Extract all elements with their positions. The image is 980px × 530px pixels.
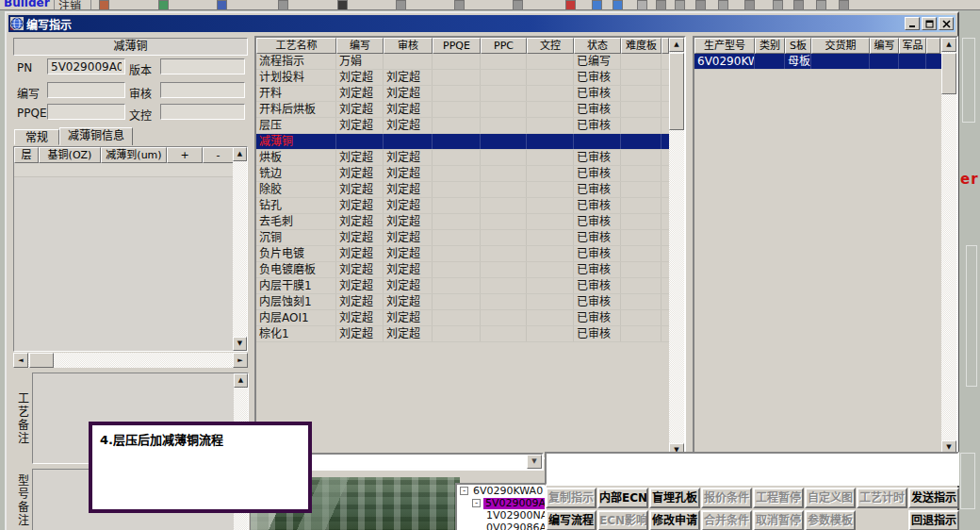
model-column-header[interactable]: 生产型号 — [694, 38, 755, 54]
toolbar-icon[interactable] — [637, 0, 647, 10]
scroll-left-icon[interactable]: ◄ — [13, 353, 28, 368]
toolbar-icon[interactable] — [99, 0, 109, 10]
process-row[interactable]: 开料刘定超刘定超已审核 — [256, 86, 684, 102]
process-row[interactable]: 负片电镀刘定超刘定超已审核 — [256, 246, 684, 262]
tree-item[interactable]: -6V0290KWA0 — [457, 485, 545, 497]
tab-copper-info[interactable]: 减薄铜信息 — [59, 127, 133, 145]
action-button[interactable]: 复制指示 — [546, 488, 596, 508]
toolbar-icon[interactable] — [565, 0, 576, 10]
action-button[interactable]: 回退指示 — [908, 510, 959, 530]
action-button[interactable]: 合并条件 — [701, 510, 752, 530]
process-row[interactable]: 开料后烘板刘定超刘定超已审核 — [256, 102, 684, 118]
combo-dropdown-icon[interactable]: ▼ — [527, 455, 542, 469]
process-column-header[interactable]: PPC — [481, 38, 527, 54]
model-column-header[interactable]: 交货期 — [811, 38, 870, 54]
process-row[interactable]: 钻孔刘定超刘定超已审核 — [256, 198, 684, 214]
action-button[interactable]: 内部ECN — [597, 488, 648, 508]
toolbar-icon[interactable] — [718, 0, 728, 10]
scroll-down-icon[interactable]: ▼ — [233, 337, 247, 351]
copper-grid-empty-row[interactable] — [14, 163, 233, 177]
process-row[interactable]: 棕化1刘定超刘定超已审核 — [256, 326, 684, 342]
vscroll-thumb[interactable] — [669, 53, 684, 130]
base-copper-header[interactable]: 基铜(OZ) — [39, 147, 101, 163]
process-row[interactable]: 烘板刘定超刘定超已审核 — [256, 150, 684, 166]
process-column-header[interactable]: 难度板 — [621, 38, 662, 54]
toolbar-icon[interactable] — [695, 0, 706, 10]
process-column-header[interactable]: 工艺名称 — [256, 38, 336, 54]
model-table-scrollbar[interactable]: ▲ ▼ — [941, 38, 956, 455]
maximize-button[interactable] — [922, 17, 937, 30]
ppqe-input[interactable] — [47, 104, 125, 120]
action-button[interactable]: 盲埋孔板 — [649, 488, 700, 508]
model-column-header[interactable]: 编写 — [870, 38, 899, 54]
process-row[interactable]: 减薄铜 — [256, 134, 684, 150]
scroll-right-icon[interactable]: ► — [233, 353, 248, 368]
tree-item[interactable]: 0V029086A0 — [457, 522, 545, 530]
scroll-up-icon[interactable]: ▲ — [669, 38, 684, 52]
action-button[interactable]: 参数模板 — [805, 510, 856, 530]
process-column-header[interactable]: 状态 — [574, 38, 621, 54]
process-table-scrollbar[interactable]: ▲ ▼ — [669, 38, 684, 457]
hscroll-thumb[interactable] — [29, 353, 54, 368]
action-button[interactable]: 修改申请 — [649, 510, 700, 530]
action-button[interactable]: 工艺计时 — [857, 488, 907, 508]
info-textbox[interactable] — [545, 452, 959, 486]
process-row[interactable]: 去毛刺刘定超刘定超已审核 — [256, 214, 684, 230]
action-button[interactable]: ECN影响 — [597, 510, 648, 530]
writer-input[interactable] — [47, 82, 125, 98]
toolbar-icon[interactable] — [839, 0, 849, 10]
doc-control-input[interactable] — [160, 104, 245, 120]
process-row[interactable]: 内层AOI1刘定超刘定超已审核 — [256, 310, 684, 326]
tree-item[interactable]: 1V02900NA0 — [457, 509, 545, 522]
scroll-up-icon[interactable]: ▲ — [233, 147, 247, 161]
copper-grid-hscrollbar[interactable]: ◄ ► — [13, 353, 248, 368]
model-column-header[interactable]: S板 — [785, 38, 811, 54]
process-row[interactable]: 流程指示万娟已编写 — [256, 54, 684, 70]
thin-to-header[interactable]: 减薄到(um) — [101, 147, 167, 163]
tree-expander-icon[interactable]: - — [460, 487, 468, 495]
action-button[interactable]: 自定义图 — [805, 488, 856, 508]
process-column-header[interactable]: 编写 — [336, 38, 384, 54]
action-button[interactable]: 工程暂停 — [753, 488, 804, 508]
model-column-header[interactable]: 军品 — [899, 38, 926, 54]
tree-expander-icon[interactable]: - — [472, 499, 481, 507]
reviewer-input[interactable] — [160, 82, 245, 98]
process-row[interactable]: 沉铜刘定超刘定超已审核 — [256, 230, 684, 246]
toolbar-icon[interactable] — [278, 0, 288, 10]
layer-header[interactable]: 层 — [14, 147, 39, 163]
toolbar-icon[interactable] — [592, 0, 602, 10]
scroll-up-icon[interactable]: ▲ — [234, 373, 248, 388]
process-row[interactable]: 层压刘定超刘定超已审核 — [256, 118, 684, 134]
version-input[interactable] — [160, 58, 245, 75]
toolbar-icon[interactable] — [396, 0, 406, 10]
process-row[interactable]: 除胶刘定超刘定超已审核 — [256, 182, 684, 198]
minimize-button[interactable] — [905, 17, 920, 30]
vscroll-thumb[interactable] — [941, 53, 956, 94]
remove-row-button[interactable]: - — [203, 147, 234, 163]
action-button[interactable]: 编写流程 — [546, 510, 596, 530]
pn-input[interactable] — [47, 58, 125, 75]
action-button[interactable]: 报价条件 — [701, 488, 752, 508]
process-column-header[interactable]: 文控 — [527, 38, 574, 54]
logout-button[interactable]: 注销 — [58, 0, 81, 10]
process-row[interactable]: 负电镀磨板刘定超刘定超已审核 — [256, 262, 684, 278]
process-column-header[interactable]: PPQE — [433, 38, 481, 54]
toolbar-icon[interactable] — [454, 0, 465, 10]
toolbar-icon[interactable] — [793, 0, 804, 10]
toolbar-icon[interactable] — [816, 0, 826, 10]
tree-item[interactable]: -5V029009A0 — [457, 497, 545, 509]
action-button[interactable]: 取消暂停 — [753, 510, 804, 530]
toolbar-icon[interactable] — [656, 0, 666, 10]
toolbar-icon[interactable] — [744, 0, 755, 10]
toolbar-icon[interactable] — [217, 0, 227, 10]
copper-grid-scrollbar[interactable]: ▲ ▼ — [233, 147, 247, 351]
process-row[interactable]: 内层干膜1刘定超刘定超已审核 — [256, 278, 684, 294]
toolbar-icon[interactable] — [773, 0, 783, 10]
process-row[interactable]: 计划投料刘定超刘定超已审核 — [256, 70, 684, 86]
toolbar-icon[interactable] — [513, 0, 523, 10]
toolbar-icon[interactable] — [612, 0, 623, 10]
close-button[interactable] — [939, 17, 954, 30]
toolbar-icon[interactable] — [675, 0, 685, 10]
toolbar-icon[interactable] — [337, 0, 348, 10]
process-row[interactable]: 铣边刘定超刘定超已审核 — [256, 166, 684, 182]
